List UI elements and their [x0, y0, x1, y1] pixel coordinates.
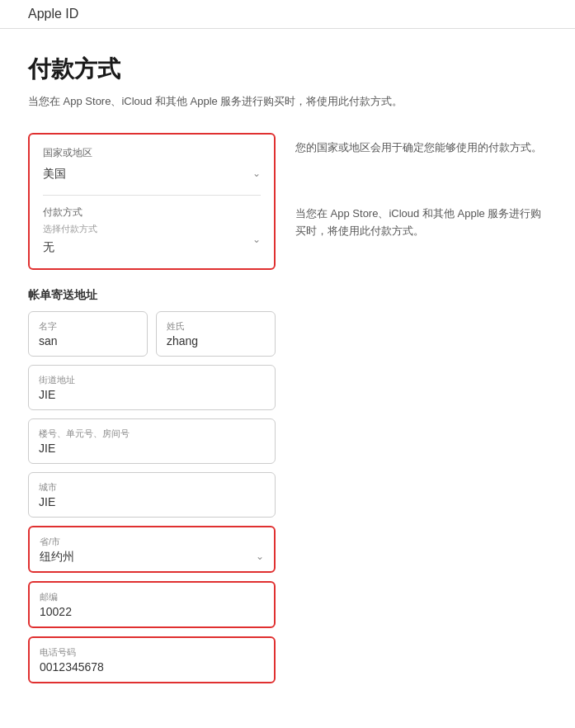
last-name-value: zhang — [167, 334, 265, 347]
state-select[interactable]: 纽约州 — [40, 550, 264, 563]
zip-value: 10022 — [40, 605, 264, 618]
country-select[interactable]: 美国 — [43, 163, 261, 183]
last-name-field[interactable]: 姓氏 zhang — [156, 311, 276, 357]
payment-sublabel: 选择付款方式 — [43, 223, 261, 235]
state-select-wrapper[interactable]: 纽约州 ⌄ — [40, 550, 264, 563]
payment-select[interactable]: 无 — [43, 237, 261, 257]
billing-section: 帐单寄送地址 名字 san 姓氏 zhang 街道地址 — [28, 288, 276, 683]
apt-value: JIE — [39, 442, 265, 455]
country-select-wrapper[interactable]: 美国 ⌄ — [43, 163, 261, 183]
billing-title: 帐单寄送地址 — [28, 288, 276, 303]
country-label: 国家或地区 — [43, 146, 261, 160]
country-payment-section-box: 国家或地区 美国 ⌄ 付款方式 选择付款方式 无 — [28, 133, 276, 270]
apt-label: 楼号、单元号、房间号 — [39, 428, 265, 440]
street-field-wrapper: 街道地址 JIE — [28, 365, 276, 410]
country-right-description: 您的国家或地区会用于确定您能够使用的付款方式。 — [295, 139, 547, 157]
left-column: 国家或地区 美国 ⌄ 付款方式 选择付款方式 无 — [28, 133, 276, 683]
last-name-label: 姓氏 — [167, 320, 265, 333]
payment-select-wrapper[interactable]: 选择付款方式 无 ⌄ — [43, 223, 261, 257]
section-divider — [43, 195, 261, 196]
street-label: 街道地址 — [39, 374, 265, 386]
payment-right-description: 当您在 App Store、iCloud 和其他 Apple 服务进行购买时，将… — [295, 206, 547, 240]
page-description: 当您在 App Store、iCloud 和其他 Apple 服务进行购买时，将… — [28, 93, 547, 110]
city-field[interactable]: 城市 JIE — [28, 472, 276, 518]
first-name-value: san — [39, 334, 137, 347]
two-col-layout: 国家或地区 美国 ⌄ 付款方式 选择付款方式 无 — [28, 133, 547, 683]
page-title: 付款方式 — [28, 54, 547, 85]
city-value: JIE — [39, 495, 265, 508]
street-field[interactable]: 街道地址 JIE — [28, 365, 276, 410]
apt-field[interactable]: 楼号、单元号、房间号 JIE — [28, 418, 276, 464]
top-bar-title: Apple ID — [28, 7, 78, 21]
state-section-box: 省/市 纽约州 ⌄ — [28, 526, 276, 573]
zip-label: 邮编 — [40, 591, 264, 603]
phone-label: 电话号码 — [40, 646, 264, 659]
payment-field-group: 付款方式 选择付款方式 无 ⌄ — [43, 206, 261, 257]
city-field-wrapper: 城市 JIE — [28, 472, 276, 518]
city-label: 城市 — [39, 481, 265, 494]
main-content: 付款方式 当您在 App Store、iCloud 和其他 Apple 服务进行… — [0, 29, 575, 716]
first-name-field[interactable]: 名字 san — [28, 311, 148, 357]
phone-value: 0012345678 — [40, 660, 264, 674]
state-label: 省/市 — [40, 536, 264, 548]
first-name-label: 名字 — [39, 320, 137, 333]
right-column: 您的国家或地区会用于确定您能够使用的付款方式。 当您在 App Store、iC… — [295, 133, 547, 240]
phone-section-box[interactable]: 电话号码 0012345678 — [28, 636, 276, 683]
street-value: JIE — [39, 388, 265, 401]
country-field-group: 国家或地区 美国 ⌄ — [43, 146, 261, 183]
top-bar: Apple ID — [0, 0, 575, 29]
apt-field-wrapper: 楼号、单元号、房间号 JIE — [28, 418, 276, 464]
name-row: 名字 san 姓氏 zhang — [28, 311, 276, 357]
payment-label: 付款方式 — [43, 206, 261, 220]
zip-section-box[interactable]: 邮编 10022 — [28, 581, 276, 628]
